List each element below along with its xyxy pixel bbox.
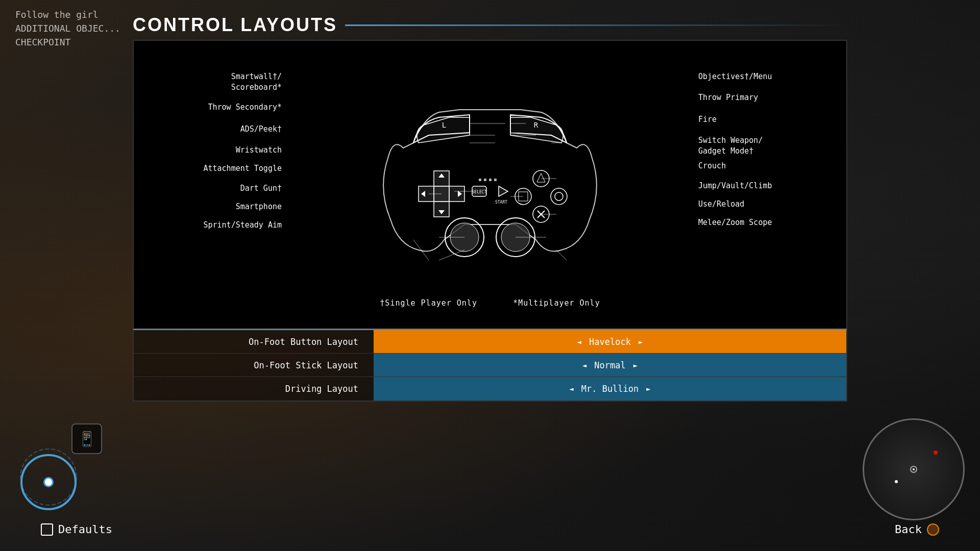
- main-panel: CONTROL LAYOUTS L R: [133, 10, 847, 402]
- label-jump: Jump/Vault/Climb: [698, 181, 836, 191]
- arrow-left-icon-2[interactable]: ◄: [582, 361, 586, 369]
- page-title: CONTROL LAYOUTS: [133, 10, 337, 40]
- arrow-right-icon-3[interactable]: ►: [646, 385, 650, 393]
- settings-table: On-Foot Button Layout ◄ Havelock ► On-Fo…: [133, 329, 847, 402]
- svg-rect-15: [479, 179, 481, 181]
- hud-text: Follow the girl ADDITIONAL OBJEC... CHEC…: [15, 8, 120, 49]
- arrow-left-icon-3[interactable]: ◄: [569, 385, 573, 393]
- svg-point-48: [20, 449, 77, 505]
- circle-button-icon[interactable]: [927, 523, 939, 536]
- label-throw-primary: Throw Primary: [698, 92, 836, 103]
- label-attachment: Attachment Toggle: [144, 163, 292, 174]
- label-switch-weapon: Switch Weapon/Gadget Mode†: [698, 135, 836, 157]
- label-use-reload: Use/Reload: [698, 199, 836, 210]
- settings-label-stick: On-Foot Stick Layout: [134, 354, 374, 377]
- label-fire: Fire: [698, 114, 836, 125]
- controller-diagram-box: L R: [133, 40, 847, 329]
- arrow-right-icon-2[interactable]: ►: [633, 361, 638, 369]
- svg-rect-5: [449, 186, 464, 202]
- svg-rect-16: [484, 179, 486, 181]
- left-hud: 📱: [15, 423, 102, 510]
- right-labels: Objectives†/Menu Throw Primary Fire Swit…: [688, 71, 836, 228]
- arrow-right-icon[interactable]: ►: [639, 338, 643, 346]
- settings-value-stick[interactable]: ◄ Normal ►: [374, 354, 846, 377]
- label-smartwall: Smartwall†/Scoreboard*: [144, 71, 292, 93]
- controller-svg: L R: [362, 77, 618, 270]
- svg-marker-20: [537, 173, 545, 182]
- label-smartphone: Smartphone: [144, 202, 292, 212]
- defaults-hint[interactable]: Defaults: [41, 523, 112, 536]
- settings-value-button[interactable]: ◄ Havelock ►: [374, 330, 846, 353]
- svg-rect-17: [489, 179, 492, 181]
- svg-line-47: [556, 250, 567, 260]
- controller-diagram: L R: [144, 56, 836, 291]
- settings-row-stick-layout[interactable]: On-Foot Stick Layout ◄ Normal ►: [134, 354, 846, 377]
- back-label: Back: [895, 523, 922, 536]
- svg-rect-18: [494, 179, 497, 181]
- label-wristwatch: Wristwatch: [144, 145, 292, 156]
- title-bar: CONTROL LAYOUTS: [133, 10, 847, 40]
- hud-circle-svg: [15, 444, 82, 510]
- arrow-left-icon[interactable]: ◄: [577, 338, 581, 346]
- svg-marker-13: [499, 186, 508, 196]
- settings-label-button: On-Foot Button Layout: [134, 330, 374, 353]
- svg-rect-2: [434, 171, 449, 186]
- minimap-player-icon: [906, 462, 921, 477]
- back-hint[interactable]: Back: [895, 523, 939, 536]
- label-melee: Melee/Zoom Scope: [698, 217, 836, 228]
- footnotes: †Single Player Only *Multiplayer Only: [144, 291, 836, 313]
- label-crouch: Crouch: [698, 161, 836, 171]
- svg-text:SELECT: SELECT: [472, 190, 487, 194]
- bottom-bar: Defaults Back: [0, 523, 980, 536]
- label-ads: ADS/Peek†: [144, 124, 292, 135]
- svg-text:START: START: [495, 200, 507, 205]
- svg-point-50: [913, 468, 915, 470]
- label-objectives: Objectives†/Menu: [698, 71, 836, 82]
- svg-point-23: [551, 188, 567, 205]
- title-divider: [345, 24, 847, 26]
- settings-value-driving[interactable]: ◄ Mr. Bullion ►: [374, 377, 846, 400]
- left-labels: Smartwall†/Scoreboard* Throw Secondary* …: [144, 71, 292, 231]
- label-throw-secondary: Throw Secondary*: [144, 102, 292, 113]
- minimap: [863, 418, 965, 520]
- settings-row-driving[interactable]: Driving Layout ◄ Mr. Bullion ►: [134, 377, 846, 400]
- square-button-icon[interactable]: [41, 523, 53, 536]
- settings-row-button-layout[interactable]: On-Foot Button Layout ◄ Havelock ►: [134, 330, 846, 354]
- svg-line-39: [413, 240, 429, 260]
- svg-point-24: [555, 192, 563, 201]
- svg-rect-3: [434, 202, 449, 217]
- label-sprint: Sprint/Steady Aim: [144, 220, 292, 231]
- defaults-label: Defaults: [58, 523, 112, 536]
- settings-label-driving: Driving Layout: [134, 377, 374, 400]
- minimap-marker-1: [934, 450, 938, 455]
- minimap-marker-2: [895, 480, 898, 483]
- label-dart-gun: Dart Gun†: [144, 183, 292, 194]
